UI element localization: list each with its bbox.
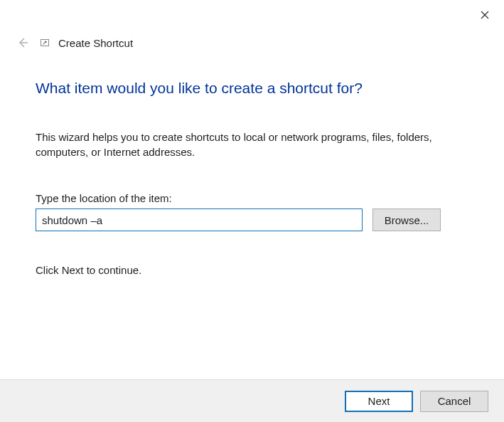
shortcut-icon: ↗ <box>40 38 50 48</box>
page-heading: What item would you like to create a sho… <box>36 80 468 97</box>
browse-button[interactable]: Browse... <box>372 209 441 231</box>
wizard-title: Create Shortcut <box>58 37 133 49</box>
arrow-left-icon <box>17 37 28 48</box>
next-button[interactable]: Next <box>345 391 413 412</box>
location-label: Type the location of the item: <box>36 192 468 204</box>
continue-instruction: Click Next to continue. <box>36 264 468 276</box>
footer-bar: Next Cancel <box>0 379 504 422</box>
back-button[interactable] <box>16 36 30 50</box>
cancel-button[interactable]: Cancel <box>420 391 488 412</box>
close-button[interactable] <box>478 9 491 21</box>
input-row: Browse... <box>36 209 468 231</box>
content-area: What item would you like to create a sho… <box>36 80 468 276</box>
wizard-description: This wizard helps you to create shortcut… <box>36 130 448 159</box>
location-input[interactable] <box>36 209 363 231</box>
close-icon <box>481 11 489 19</box>
header-row: ↗ Create Shortcut <box>16 36 133 50</box>
